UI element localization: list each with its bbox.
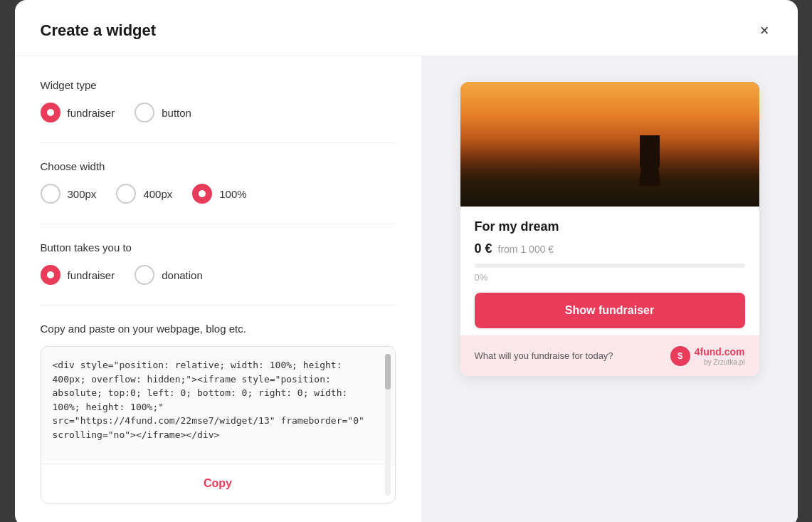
- choose-width-group: 300px 400px 100%: [41, 184, 396, 204]
- choose-width-label: Choose width: [41, 160, 396, 172]
- width-400px-label: 400px: [143, 188, 172, 200]
- progress-bar-background: [475, 263, 745, 268]
- width-300px[interactable]: 300px: [41, 184, 97, 204]
- copy-button[interactable]: Copy: [204, 477, 232, 490]
- footer-text: What will you fundraise for today?: [475, 350, 613, 361]
- widget-preview-image: [460, 82, 759, 207]
- widget-type-group: fundraiser button: [41, 103, 396, 122]
- button-to-donation[interactable]: donation: [135, 265, 203, 285]
- button-to-fundraiser-label: fundraiser: [68, 269, 115, 281]
- button-takes-label: Button takes you to: [41, 241, 396, 254]
- brand-text: 4fund.com by Zrzutka.pl: [695, 345, 745, 366]
- close-button[interactable]: ×: [757, 20, 772, 41]
- widget-footer: What will you fundraise for today? $ 4fu…: [460, 335, 759, 376]
- radio-400px-circle[interactable]: [116, 184, 136, 204]
- divider-2: [41, 224, 396, 224]
- campaign-title: For my dream: [475, 219, 745, 234]
- modal-body: Widget type fundraiser button Choose wid…: [15, 56, 798, 522]
- widget-type-fundraiser[interactable]: fundraiser: [41, 103, 115, 122]
- width-300px-label: 300px: [68, 188, 97, 200]
- divider-3: [41, 305, 396, 306]
- widget-type-button[interactable]: button: [135, 103, 191, 122]
- code-area-wrapper: Copy: [41, 346, 396, 503]
- width-100pct[interactable]: 100%: [192, 184, 246, 204]
- brand-name: 4fund.com: [695, 346, 745, 357]
- widget-type-fundraiser-label: fundraiser: [68, 107, 115, 119]
- brand-logo: $ 4fund.com by Zrzutka.pl: [670, 345, 745, 366]
- button-takes-group: fundraiser donation: [41, 265, 396, 285]
- copy-section-label: Copy and paste on your webpage, blog etc…: [41, 323, 396, 335]
- divider-1: [41, 142, 396, 143]
- widget-type-label: Widget type: [41, 79, 396, 91]
- brand-sub: by Zrzutka.pl: [695, 358, 745, 366]
- width-400px[interactable]: 400px: [116, 184, 172, 204]
- radio-fundraiser-circle[interactable]: [41, 103, 60, 122]
- code-textarea[interactable]: [41, 347, 395, 461]
- radio-to-fundraiser-circle[interactable]: [41, 265, 60, 285]
- radio-to-donation-circle[interactable]: [135, 265, 154, 285]
- scrollbar-track: [385, 354, 391, 496]
- right-panel: For my dream 0 € from 1 000 € 0% Show fu…: [422, 56, 798, 522]
- radio-button-circle[interactable]: [135, 103, 154, 122]
- widget-type-button-label: button: [162, 107, 191, 119]
- width-100pct-label: 100%: [219, 188, 246, 200]
- widget-preview-card: For my dream 0 € from 1 000 € 0% Show fu…: [460, 82, 759, 376]
- radio-100pct-circle[interactable]: [192, 184, 212, 204]
- widget-info: For my dream 0 € from 1 000 € 0% Show fu…: [460, 207, 759, 335]
- amount-value: 0 €: [475, 241, 492, 256]
- silhouette-hair: [640, 135, 660, 171]
- show-fundraiser-button[interactable]: Show fundraiser: [475, 293, 745, 328]
- button-to-donation-label: donation: [162, 269, 203, 281]
- amount-row: 0 € from 1 000 €: [475, 241, 745, 256]
- radio-300px-circle[interactable]: [41, 184, 60, 204]
- scrollbar-thumb[interactable]: [385, 354, 391, 390]
- progress-percentage: 0%: [475, 272, 745, 283]
- button-to-fundraiser[interactable]: fundraiser: [41, 265, 115, 285]
- copy-button-wrapper: Copy: [41, 464, 395, 503]
- from-text: from 1 000 €: [498, 244, 554, 255]
- brand-icon: $: [670, 346, 690, 366]
- left-panel: Widget type fundraiser button Choose wid…: [15, 56, 422, 522]
- create-widget-modal: Create a widget × Widget type fundraiser…: [15, 0, 798, 522]
- silhouette-figure: [631, 135, 670, 207]
- modal-title: Create a widget: [41, 21, 157, 40]
- modal-header: Create a widget ×: [15, 0, 798, 56]
